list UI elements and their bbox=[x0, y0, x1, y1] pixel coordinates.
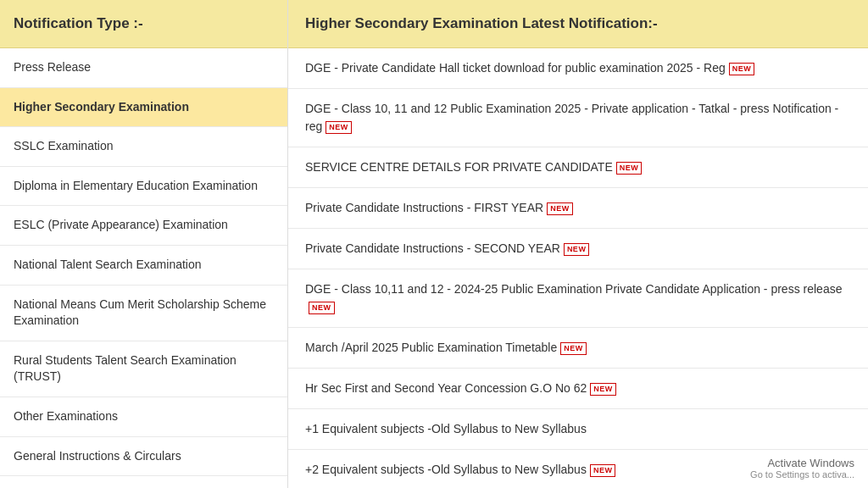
notification-text: Hr Sec First and Second Year Concession … bbox=[305, 381, 587, 395]
notification-text: DGE - Private Candidate Hall ticket down… bbox=[305, 61, 726, 75]
notification-text: DGE - Class 10, 11 and 12 Public Examina… bbox=[305, 102, 838, 133]
notification-text: +1 Equivalent subjects -Old Syllabus to … bbox=[305, 422, 587, 435]
main-content: Higher Secondary Examination Latest Noti… bbox=[288, 0, 868, 488]
sidebar-item-eslc[interactable]: ESLC (Private Appearance) Examination bbox=[0, 206, 287, 246]
sidebar-item-general-instructions[interactable]: General Instructions & Circulars bbox=[0, 437, 287, 477]
notification-item[interactable]: March /April 2025 Public Examination Tim… bbox=[288, 328, 868, 369]
sidebar-item-other-exams[interactable]: Other Examinations bbox=[0, 397, 287, 437]
sidebar-item-nmms[interactable]: National Means Cum Merit Scholarship Sch… bbox=[0, 286, 287, 341]
sidebar-item-higher-secondary[interactable]: Higher Secondary Examination bbox=[0, 88, 287, 128]
sidebar-header: Notification Type :- bbox=[0, 0, 287, 48]
notification-item[interactable]: +2 Equivalent subjects -Old Syllabus to … bbox=[288, 450, 868, 488]
notification-item[interactable]: Private Candidate Instructions - FIRST Y… bbox=[288, 188, 868, 229]
notification-item[interactable]: +1 Equivalent subjects -Old Syllabus to … bbox=[288, 409, 868, 450]
new-badge: NEW bbox=[547, 202, 573, 215]
sidebar-items: Press ReleaseHigher Secondary Examinatio… bbox=[0, 48, 287, 476]
notification-text: Private Candidate Instructions - SECOND … bbox=[305, 241, 560, 255]
sidebar-item-nts[interactable]: National Talent Search Examination bbox=[0, 246, 287, 286]
main-header: Higher Secondary Examination Latest Noti… bbox=[288, 0, 868, 48]
new-badge: NEW bbox=[564, 243, 590, 256]
new-badge: NEW bbox=[326, 121, 352, 134]
new-badge: NEW bbox=[309, 302, 335, 314]
sidebar-item-diploma-elementary[interactable]: Diploma in Elementary Education Examinat… bbox=[0, 167, 287, 207]
notification-item[interactable]: Hr Sec First and Second Year Concession … bbox=[288, 369, 868, 409]
notification-text: March /April 2025 Public Examination Tim… bbox=[305, 341, 557, 354]
notification-item[interactable]: SERVICE CENTRE DETAILS FOR PRIVATE CANDI… bbox=[288, 147, 868, 188]
notification-text: Private Candidate Instructions - FIRST Y… bbox=[305, 201, 543, 214]
new-badge: NEW bbox=[560, 342, 587, 355]
notification-item[interactable]: DGE - Private Candidate Hall ticket down… bbox=[288, 48, 868, 89]
sidebar: Notification Type :- Press ReleaseHigher… bbox=[0, 0, 288, 488]
sidebar-item-press-release[interactable]: Press Release bbox=[0, 48, 287, 88]
sidebar-item-rural-students[interactable]: Rural Students Talent Search Examination… bbox=[0, 341, 287, 397]
notification-list: DGE - Private Candidate Hall ticket down… bbox=[288, 48, 868, 488]
notification-text: +2 Equivalent subjects -Old Syllabus to … bbox=[305, 463, 587, 476]
notification-item[interactable]: DGE - Class 10,11 and 12 - 2024-25 Publi… bbox=[288, 269, 868, 328]
notification-item[interactable]: Private Candidate Instructions - SECOND … bbox=[288, 229, 868, 269]
new-badge: NEW bbox=[590, 464, 616, 477]
notification-text: SERVICE CENTRE DETAILS FOR PRIVATE CANDI… bbox=[305, 160, 613, 174]
sidebar-item-sslc[interactable]: SSLC Examination bbox=[0, 127, 287, 167]
new-badge: NEW bbox=[729, 63, 755, 75]
new-badge: NEW bbox=[590, 383, 616, 396]
notification-item[interactable]: DGE - Class 10, 11 and 12 Public Examina… bbox=[288, 89, 868, 147]
new-badge: NEW bbox=[616, 162, 643, 175]
notification-text: DGE - Class 10,11 and 12 - 2024-25 Publi… bbox=[305, 282, 842, 296]
